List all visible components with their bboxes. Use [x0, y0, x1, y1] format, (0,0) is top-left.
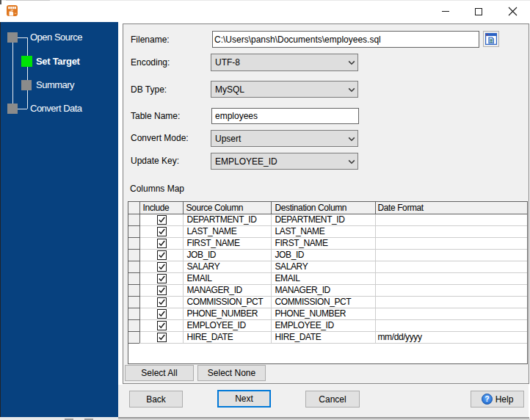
svg-text:?: ?: [484, 394, 489, 403]
